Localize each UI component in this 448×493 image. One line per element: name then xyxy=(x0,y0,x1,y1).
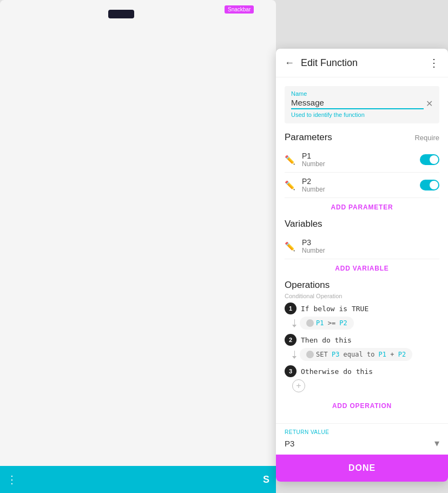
edit-p3-icon[interactable]: ✏️ xyxy=(285,241,295,252)
p3-name: P3 xyxy=(302,238,439,247)
op1-arrow xyxy=(292,319,297,327)
back-button[interactable]: ← xyxy=(285,57,294,69)
require-label: Require xyxy=(414,134,439,142)
return-value-section: RETURN VALUE P3 ▾ xyxy=(276,423,448,455)
p2-info: P2 Number xyxy=(302,177,420,193)
op2-title: Then do this xyxy=(301,336,352,344)
op2-arrow-head xyxy=(292,356,297,359)
op1-badge: 1 xyxy=(285,303,297,314)
add-variable-button[interactable]: ADD VARIABLE xyxy=(285,259,439,278)
op2-action-row: SET P3 equal to P1 + P2 xyxy=(292,348,439,361)
parameter-row-p2: ✏️ P2 Number xyxy=(285,173,439,198)
panel-title: Edit Function xyxy=(301,57,429,69)
add-parameter-button[interactable]: ADD PARAMETER xyxy=(285,198,439,216)
name-clear-button[interactable]: ✕ xyxy=(426,98,433,109)
op1-arrow-head xyxy=(292,325,297,327)
name-field-label: Name xyxy=(291,90,433,97)
op2-chip-icon xyxy=(306,351,314,358)
snackbar xyxy=(108,10,134,18)
add-operation-button[interactable]: ADD OPERATION xyxy=(285,397,439,415)
parameter-row-p1: ✏️ P1 Number xyxy=(285,147,439,173)
p2-name: P2 xyxy=(302,177,420,186)
p1-required-toggle[interactable] xyxy=(420,154,439,165)
op3-add-row: + xyxy=(292,379,439,392)
operation-item-2: 2 Then do this SET P3 equal to P1 + P2 xyxy=(285,334,439,361)
variable-row-p3: ✏️ P3 Number xyxy=(285,234,439,259)
op2-arrow xyxy=(292,351,297,359)
op1-arrow-line xyxy=(294,319,295,325)
return-select-row: P3 ▾ xyxy=(285,437,439,449)
operation-item-1: 1 If below is TRUE P1 >= P2 xyxy=(285,303,439,330)
bottom-s-label: S xyxy=(263,474,269,485)
more-options-button[interactable]: ⋮ xyxy=(429,56,439,69)
variables-title: Variables xyxy=(285,219,322,229)
op3-badge: 3 xyxy=(285,365,297,377)
operations-section: Operations Conditional Operation 1 If be… xyxy=(285,280,439,415)
p2-type: Number xyxy=(302,186,420,193)
operations-title: Operations xyxy=(285,280,439,291)
parameters-section-header: Parameters Require xyxy=(285,132,439,143)
panel-body: Name ✕ Used to identify the function Par… xyxy=(276,77,448,423)
op1-title: If below is TRUE xyxy=(301,305,368,313)
snackbar-label: Snackbar xyxy=(225,5,254,14)
return-value-text: P3 xyxy=(285,439,294,448)
edit-function-panel: ← Edit Function ⋮ Name ✕ Used to identif… xyxy=(276,49,448,482)
p3-info: P3 Number xyxy=(302,238,439,254)
bottom-bar: ⋮ S xyxy=(0,466,276,493)
p1-type: Number xyxy=(302,160,420,168)
p1-info: P1 Number xyxy=(302,152,420,168)
variables-section-header: Variables xyxy=(285,219,439,229)
return-value-label: RETURN VALUE xyxy=(285,429,439,435)
return-dropdown-button[interactable]: ▾ xyxy=(434,437,439,449)
p1-name: P1 xyxy=(302,152,420,160)
menu-dots-icon[interactable]: ⋮ xyxy=(6,473,17,486)
conditional-operation-label: Conditional Operation xyxy=(285,293,439,299)
op3-title: Otherwise do this xyxy=(301,367,373,376)
op2-header: 2 Then do this xyxy=(285,334,439,346)
name-input[interactable] xyxy=(291,98,424,109)
op2-badge: 2 xyxy=(285,334,297,346)
panel-header: ← Edit Function ⋮ xyxy=(276,49,448,77)
edit-p2-icon[interactable]: ✏️ xyxy=(285,180,295,190)
p3-type: Number xyxy=(302,247,439,254)
op2-chip-text: SET P3 equal to P1 + P2 xyxy=(316,351,406,358)
edit-p1-icon[interactable]: ✏️ xyxy=(285,155,295,165)
done-button[interactable]: DONE xyxy=(276,455,448,482)
op2-chip[interactable]: SET P3 equal to P1 + P2 xyxy=(300,348,412,361)
parameters-title: Parameters xyxy=(285,132,332,143)
op1-chip-text: P1 >= P2 xyxy=(316,319,347,327)
op3-header: 3 Otherwise do this xyxy=(285,365,439,377)
op2-arrow-line xyxy=(294,351,295,356)
op3-add-button[interactable]: + xyxy=(292,379,305,392)
op1-chip-icon xyxy=(306,319,314,327)
name-field-container: Name ✕ Used to identify the function xyxy=(285,86,439,123)
p2-required-toggle[interactable] xyxy=(420,180,439,190)
operation-item-3: 3 Otherwise do this + xyxy=(285,365,439,392)
name-hint: Used to identify the function xyxy=(291,111,433,118)
clipboard-area xyxy=(0,0,276,493)
name-input-row: ✕ xyxy=(291,98,433,109)
op1-header: 1 If below is TRUE xyxy=(285,303,439,314)
op1-condition-row: P1 >= P2 xyxy=(292,317,439,330)
op1-chip[interactable]: P1 >= P2 xyxy=(300,317,354,330)
